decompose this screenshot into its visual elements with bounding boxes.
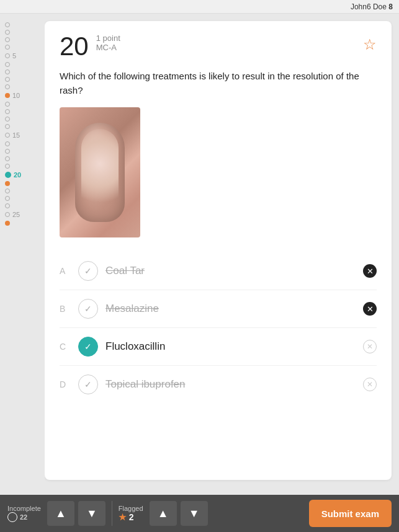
incomplete-count: 22 xyxy=(7,512,27,522)
option-c-badge: ✕ xyxy=(363,340,377,353)
question-text: Which of the following treatments is lik… xyxy=(60,69,377,97)
sidebar-item[interactable] xyxy=(0,187,45,195)
incomplete-label: Incomplete xyxy=(7,505,41,512)
sidebar-item[interactable] xyxy=(0,83,45,91)
sidebar-item[interactable] xyxy=(0,140,45,148)
flagged-label-group: Flagged ★ 2 xyxy=(119,505,143,522)
sidebar-item[interactable] xyxy=(0,123,45,130)
user-badge: 8 xyxy=(388,2,393,11)
header: John6 Doe 8 xyxy=(0,0,399,14)
sidebar-item-10[interactable]: 10 xyxy=(0,91,45,100)
sidebar: 5 10 15 20 25 xyxy=(0,14,45,495)
username: John6 Doe xyxy=(351,2,387,11)
option-a-check[interactable]: ✓ xyxy=(78,261,98,281)
option-b-badge: ✕ xyxy=(363,302,377,316)
option-d-badge: ✕ xyxy=(363,378,377,391)
question-number: 20 xyxy=(60,33,89,60)
sidebar-item-25[interactable]: 25 xyxy=(0,210,45,219)
option-d-check[interactable]: ✓ xyxy=(78,375,98,394)
flagged-nav-up-button[interactable]: ▲ xyxy=(150,501,177,526)
option-c-letter: C xyxy=(60,342,72,352)
sidebar-item[interactable] xyxy=(0,219,45,227)
sidebar-item[interactable] xyxy=(0,43,45,51)
sidebar-item[interactable] xyxy=(0,68,45,76)
option-d-row[interactable]: D ✓ Topical ibuprofen ✕ xyxy=(60,366,377,403)
sidebar-item-20[interactable]: 20 xyxy=(0,170,45,180)
question-card: 20 1 point MC-A ☆ Which of the following… xyxy=(45,21,392,480)
question-header-left: 20 1 point MC-A xyxy=(60,33,120,60)
bookmark-icon[interactable]: ☆ xyxy=(363,36,377,53)
flagged-section: Flagged ★ 2 ▲ ▼ xyxy=(119,501,208,526)
skin-image xyxy=(75,123,125,222)
flagged-label: Flagged xyxy=(119,505,143,512)
nav-down-button[interactable]: ▼ xyxy=(78,501,105,526)
bottom-bar: Incomplete 22 ▲ ▼ Flagged ★ 2 ▲ ▼ Submit… xyxy=(0,495,399,532)
sidebar-item[interactable] xyxy=(0,100,45,108)
option-a-letter: A xyxy=(60,266,72,276)
option-b-text: Mesalazine xyxy=(105,303,358,315)
answer-options: A ✓ Coal Tar ✕ B ✓ Mesalazine ✕ C ✓ Fluc… xyxy=(60,252,377,403)
question-image xyxy=(60,107,140,237)
option-d-text: Topical ibuprofen xyxy=(105,378,358,391)
incomplete-section: Incomplete 22 ▲ ▼ xyxy=(7,501,105,526)
sidebar-item[interactable] xyxy=(0,36,45,43)
bottom-divider xyxy=(112,501,112,526)
option-c-row[interactable]: C ✓ Flucloxacillin ✕ xyxy=(60,328,377,366)
sidebar-item[interactable] xyxy=(0,148,45,155)
nav-up-button[interactable]: ▲ xyxy=(47,501,74,526)
sidebar-item[interactable] xyxy=(0,21,45,29)
sidebar-item[interactable] xyxy=(0,115,45,123)
main-content: 20 1 point MC-A ☆ Which of the following… xyxy=(45,14,399,495)
sidebar-item[interactable] xyxy=(0,195,45,202)
sidebar-item-15[interactable]: 15 xyxy=(0,130,45,140)
question-points: 1 point xyxy=(96,33,120,43)
flagged-count: ★ 2 xyxy=(119,512,134,522)
sidebar-item-5[interactable]: 5 xyxy=(0,51,45,61)
sidebar-item[interactable] xyxy=(0,29,45,36)
question-header: 20 1 point MC-A ☆ xyxy=(60,33,377,60)
sidebar-item[interactable] xyxy=(0,61,45,68)
option-c-check[interactable]: ✓ xyxy=(78,337,98,357)
incomplete-label-group: Incomplete 22 xyxy=(7,505,41,522)
flag-star-icon: ★ xyxy=(119,512,127,522)
option-a-badge: ✕ xyxy=(363,264,377,278)
option-b-check[interactable]: ✓ xyxy=(78,299,98,319)
sidebar-item[interactable] xyxy=(0,180,45,187)
sidebar-item[interactable] xyxy=(0,108,45,115)
sidebar-item[interactable] xyxy=(0,155,45,162)
question-type: MC-A xyxy=(96,43,120,52)
option-a-row[interactable]: A ✓ Coal Tar ✕ xyxy=(60,252,377,290)
sidebar-item[interactable] xyxy=(0,76,45,83)
option-b-letter: B xyxy=(60,304,72,314)
question-meta: 1 point MC-A xyxy=(96,33,120,52)
option-c-text: Flucloxacillin xyxy=(105,340,358,353)
submit-exam-button[interactable]: Submit exam xyxy=(309,500,392,527)
option-d-letter: D xyxy=(60,379,72,389)
sidebar-item[interactable] xyxy=(0,162,45,170)
flagged-nav-down-button[interactable]: ▼ xyxy=(181,501,208,526)
option-a-text: Coal Tar xyxy=(105,265,358,277)
incomplete-icon xyxy=(7,512,17,522)
sidebar-item[interactable] xyxy=(0,202,45,210)
option-b-row[interactable]: B ✓ Mesalazine ✕ xyxy=(60,290,377,328)
